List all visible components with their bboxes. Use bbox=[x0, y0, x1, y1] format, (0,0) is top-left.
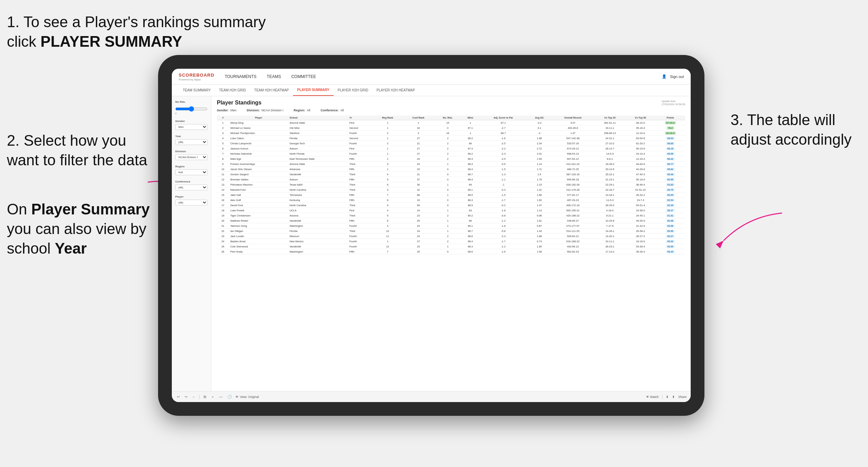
cell-school: Missouri bbox=[288, 234, 348, 239]
conference-select[interactable]: (All) bbox=[175, 185, 208, 190]
toolbar-add[interactable]: ＋ bbox=[210, 394, 215, 400]
cell-rank: 2 bbox=[217, 125, 229, 131]
cell-avg-sg: 1.43 bbox=[527, 229, 552, 234]
update-time-block: Update time: 27/03/2024 16:56:26 bbox=[661, 100, 685, 106]
toolbar-view[interactable]: 👁 View: Original bbox=[235, 395, 259, 399]
cell-no-rds: 2 bbox=[434, 213, 461, 218]
toolbar-share-icon[interactable]: ⬆ bbox=[672, 395, 675, 399]
toolbar-download[interactable]: ⬇ bbox=[666, 395, 669, 399]
sidebar-division: Division NCAA Division I bbox=[175, 150, 208, 160]
table-row: 4 Luke Claton Florida Second 1 27 2 68.2… bbox=[217, 136, 685, 141]
sub-nav-player-h2h-heatmap[interactable]: PLAYER H2H HEATMAP bbox=[372, 85, 419, 96]
sub-nav-player-summary[interactable]: PLAYER SUMMARY bbox=[293, 85, 334, 96]
nav-link-committee[interactable]: COMMITTEE bbox=[291, 74, 316, 80]
cell-points: 78.2 bbox=[656, 125, 685, 131]
table-row: 3 Michael Thorbjornsen Stanford Fourth 2… bbox=[217, 131, 685, 136]
cell-vs-top50: 50-18-6 bbox=[625, 177, 655, 182]
no-rds-slider[interactable] bbox=[175, 106, 208, 112]
cell-overall: 562-82-23 bbox=[552, 249, 594, 254]
filter-division: Division: NCAA Division I bbox=[247, 109, 283, 112]
sidebar-region: Region N/A bbox=[175, 165, 208, 175]
cell-school: Vanderbilt bbox=[288, 218, 348, 223]
cell-adj-score: -1.2 bbox=[479, 218, 527, 223]
cell-points: 60.02 bbox=[656, 239, 685, 244]
player-select[interactable]: (All) bbox=[175, 200, 208, 205]
nav-link-tournaments[interactable]: TOURNAMENTS bbox=[225, 74, 256, 80]
cell-adj-score: -1.8 bbox=[479, 208, 527, 213]
cell-yr: Fourth bbox=[348, 244, 373, 249]
cell-no-rds: 0 bbox=[434, 172, 461, 177]
cell-reg-rank: 6 bbox=[373, 218, 403, 223]
cell-yr: Third bbox=[348, 182, 373, 187]
sub-nav-team-h2h-grid[interactable]: TEAM H2H GRID bbox=[215, 85, 250, 96]
cell-no-rds: 0 bbox=[434, 203, 461, 208]
table-area: Player Standings Update time: 27/03/2024… bbox=[211, 96, 691, 391]
toolbar-back[interactable]: ← bbox=[191, 394, 197, 399]
cell-no-rds: 0 bbox=[434, 177, 461, 182]
sub-nav-team-h2h-heatmap[interactable]: TEAM H2H HEATMAP bbox=[250, 85, 293, 96]
cell-points: 66.77 bbox=[656, 162, 685, 167]
col-no-rds: No. Rds. bbox=[434, 115, 461, 120]
sidebar-no-rds: No Rds. 0 bbox=[175, 100, 208, 115]
cell-wins: 67.1 bbox=[461, 125, 479, 131]
cell-wins: 1 bbox=[461, 131, 479, 136]
cell-player: Christo Lamprecht bbox=[229, 141, 288, 146]
cell-conf-rank: 2 bbox=[402, 131, 434, 136]
toolbar-watch[interactable]: 👁 Watch bbox=[646, 395, 659, 399]
cell-conf-rank: 25 bbox=[402, 218, 434, 223]
cell-vs-top50: 51-51-10 bbox=[625, 187, 655, 192]
sub-nav-player-h2h-grid[interactable]: PLAYER H2H GRID bbox=[334, 85, 372, 96]
cell-vs-top25: 4-18-0 bbox=[594, 208, 625, 213]
cell-wins: 1 bbox=[461, 120, 479, 125]
cell-adj-score: -0.2 bbox=[479, 203, 527, 208]
year-select[interactable]: (All) bbox=[175, 139, 208, 145]
cell-yr: First bbox=[348, 208, 373, 213]
cell-yr: Fifth bbox=[348, 192, 373, 198]
cell-school: Vanderbilt bbox=[288, 172, 348, 177]
cell-player: Tiger Christensen bbox=[229, 213, 288, 218]
cell-reg-rank: 2 bbox=[373, 141, 403, 146]
nav-sign-out[interactable]: Sign out bbox=[670, 75, 684, 79]
cell-adj-score: -1.8 bbox=[479, 223, 527, 229]
cell-rank: 22 bbox=[217, 229, 229, 234]
toolbar-redo[interactable]: ↪ bbox=[183, 394, 188, 399]
cell-vs-top50: 38-46-4 bbox=[625, 182, 655, 187]
toolbar-share-label[interactable]: Share bbox=[678, 395, 687, 399]
division-select[interactable]: NCAA Division I bbox=[175, 154, 208, 160]
toolbar-undo[interactable]: ↩ bbox=[176, 394, 181, 399]
cell-avg-sg: 0.96 bbox=[527, 213, 552, 218]
cell-vs-top25: 8-6-1 bbox=[594, 156, 625, 162]
toolbar-crop[interactable]: ⊞ bbox=[202, 394, 207, 399]
cell-points: 60.98 bbox=[656, 223, 685, 229]
cell-points: 60.75 bbox=[656, 187, 685, 192]
cell-player: Phichaksn Maichon bbox=[229, 182, 288, 187]
cell-points: 66.82 bbox=[656, 167, 685, 172]
cell-conf-rank: 22 bbox=[402, 187, 434, 192]
cell-avg-sg: 1.66 bbox=[527, 192, 552, 198]
toolbar-dash[interactable]: — bbox=[218, 394, 224, 399]
cell-reg-rank: 11 bbox=[373, 234, 403, 239]
table-row: 11 Gordon Sargent Vanderbilt Third 4 21 … bbox=[217, 172, 685, 177]
cell-school: Stanford bbox=[288, 131, 348, 136]
cell-yr: Fourth bbox=[348, 131, 373, 136]
cell-adj-score: -2.5 bbox=[479, 156, 527, 162]
region-select[interactable]: N/A bbox=[175, 169, 208, 175]
sidebar-region-label: Region bbox=[175, 165, 208, 168]
main-content: No Rds. 0 Gender Men Year (All) bbox=[172, 96, 691, 391]
toolbar-clock[interactable]: 🕐 bbox=[226, 394, 233, 399]
cell-vs-top25: 27-10-2 bbox=[594, 141, 625, 146]
gender-select[interactable]: Men bbox=[175, 124, 208, 130]
toolbar-right: 👁 Watch ⬇ ⬆ Share bbox=[646, 394, 687, 399]
table-row: 9 Preston Summerhays Arizona State Third… bbox=[217, 162, 685, 167]
filter-conference-value: All bbox=[341, 109, 344, 112]
cell-yr: Fifth bbox=[348, 249, 373, 254]
cell-vs-top25: 26-23-1 bbox=[594, 244, 625, 249]
table-row: 19 Tiger Christensen Arizona Third 5 23 … bbox=[217, 213, 685, 218]
nav-link-teams[interactable]: TEAMS bbox=[267, 74, 281, 80]
cell-overall: 429-198-22 bbox=[552, 213, 594, 218]
cell-conf-rank: 27 bbox=[402, 151, 434, 156]
cell-no-rds: 15 bbox=[434, 120, 461, 125]
sub-nav-team-summary[interactable]: TEAM SUMMARY bbox=[179, 85, 215, 96]
cell-school: Arkansas bbox=[288, 167, 348, 172]
cell-school: Texas A&M bbox=[288, 182, 348, 187]
